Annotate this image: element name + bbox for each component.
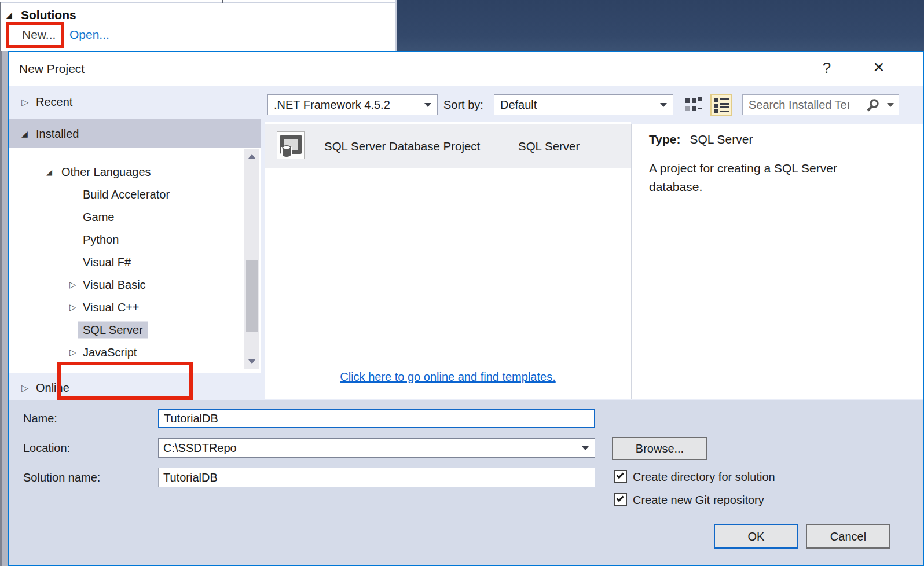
sort-by-label: Sort by: xyxy=(443,94,483,115)
chevron-collapsed-icon[interactable]: ▷ xyxy=(21,97,28,108)
tree-item-build-accelerator[interactable]: Build Accelerator xyxy=(9,183,244,205)
browse-button[interactable]: Browse... xyxy=(612,437,707,460)
template-item-title: SQL Server Database Project xyxy=(324,124,480,168)
list-view-icon xyxy=(712,95,731,115)
chevron-expanded-icon[interactable]: ◢ xyxy=(46,167,52,176)
window-edge-strip xyxy=(0,51,8,566)
template-info-panel: Type:SQL Server A project for creating a… xyxy=(631,124,923,399)
create-git-label: Create new Git repository xyxy=(633,493,764,508)
expanded-triangle-icon[interactable]: ◢ xyxy=(6,10,12,20)
dialog-title: New Project xyxy=(19,52,85,86)
tree-label: Python xyxy=(83,233,119,246)
list-view-button[interactable] xyxy=(710,94,732,116)
small-icons-view-button[interactable] xyxy=(684,96,702,115)
solution-name-field[interactable]: TutorialDB xyxy=(158,468,595,487)
team-explorer-panel: ◢ Solutions New... Open... xyxy=(0,0,397,51)
sidebar-installed-label: Installed xyxy=(36,127,79,141)
tree-item-visual-basic[interactable]: ▷ Visual Basic xyxy=(9,273,244,296)
small-icons-view-icon xyxy=(684,96,702,115)
database-project-icon xyxy=(277,131,306,160)
sidebar-item-installed[interactable]: ◢ Installed xyxy=(9,119,261,148)
tree-label: JavaScript xyxy=(83,346,137,359)
cancel-button[interactable]: Cancel xyxy=(806,524,890,549)
template-type-row: Type:SQL Server xyxy=(649,133,753,146)
solutions-header: Solutions xyxy=(21,8,76,22)
location-value: C:\SSDTRepo xyxy=(163,439,237,457)
tree-item-sql-server[interactable]: SQL Server xyxy=(9,318,244,341)
framework-dropdown[interactable]: .NET Framework 4.5.2 xyxy=(267,94,438,115)
tree-item-visual-cpp[interactable]: ▷ Visual C++ xyxy=(9,296,244,318)
create-directory-label: Create directory for solution xyxy=(633,470,775,485)
tree-item-python[interactable]: Python xyxy=(9,228,244,251)
type-label: Type: xyxy=(649,133,680,146)
chevron-down-icon xyxy=(660,103,667,107)
sidebar-item-recent[interactable]: ▷ Recent xyxy=(9,89,261,115)
type-value: SQL Server xyxy=(690,133,753,146)
chevron-expanded-icon[interactable]: ◢ xyxy=(21,129,28,138)
location-label: Location: xyxy=(23,439,70,457)
panel-divider-tick xyxy=(222,0,223,3)
name-label: Name: xyxy=(23,409,57,428)
panel-left-edge xyxy=(0,2,1,51)
template-item-sql-server-database-project[interactable]: SQL Server Database Project SQL Server xyxy=(265,124,631,168)
text-cursor xyxy=(219,412,219,425)
framework-dropdown-value: .NET Framework 4.5.2 xyxy=(274,95,390,115)
scroll-up-icon[interactable] xyxy=(248,154,255,159)
go-online-link[interactable]: Click here to go online and find templat… xyxy=(265,370,631,384)
name-value: TutorialDB xyxy=(164,412,218,425)
solution-name-value: TutorialDB xyxy=(163,468,218,487)
panel-divider xyxy=(0,2,395,3)
sidebar-online-label: Online xyxy=(36,381,69,395)
help-icon[interactable]: ? xyxy=(818,59,835,79)
template-item-type: SQL Server xyxy=(518,124,580,168)
sort-dropdown[interactable]: Default xyxy=(494,94,673,115)
sort-dropdown-value: Default xyxy=(500,95,537,115)
checkmark-icon xyxy=(616,471,624,479)
chevron-collapsed-icon[interactable]: ▷ xyxy=(21,383,28,394)
name-field[interactable]: TutorialDB xyxy=(158,409,595,428)
template-description: A project for creating a SQL Server data… xyxy=(649,159,869,196)
sidebar-recent-label: Recent xyxy=(36,95,72,109)
sidebar-item-online[interactable]: ▷ Online xyxy=(9,375,261,400)
chevron-collapsed-icon[interactable]: ▷ xyxy=(69,347,76,358)
new-project-dialog: New Project ? ✕ ▷ Recent ◢ Installed ◢ O… xyxy=(8,51,924,566)
tree-scrollbar[interactable] xyxy=(244,149,259,369)
checkmark-icon xyxy=(616,494,624,502)
tree-label: Visual Basic xyxy=(83,278,146,291)
create-directory-checkbox[interactable] xyxy=(614,470,627,483)
installed-templates-tree: ◢ Other Languages Build Accelerator Game… xyxy=(9,148,261,373)
tree-item-javascript[interactable]: ▷ JavaScript xyxy=(9,341,244,363)
scroll-down-icon[interactable] xyxy=(248,359,255,364)
tree-label: Other Languages xyxy=(61,165,151,178)
dialog-titlebar: New Project ? ✕ xyxy=(9,52,923,86)
scrollbar-thumb[interactable] xyxy=(246,260,258,332)
chevron-collapsed-icon[interactable]: ▷ xyxy=(69,302,76,313)
solution-name-label: Solution name: xyxy=(23,468,100,487)
tree-item-other-languages[interactable]: ◢ Other Languages xyxy=(9,160,244,183)
tree-label-selected: SQL Server xyxy=(78,321,148,338)
create-git-checkbox[interactable] xyxy=(614,493,627,506)
tree-label: Game xyxy=(83,210,114,223)
chevron-collapsed-icon[interactable]: ▷ xyxy=(69,280,76,290)
search-options-chevron-icon[interactable] xyxy=(887,103,894,107)
chevron-down-icon xyxy=(424,103,431,107)
open-solution-link[interactable]: Open... xyxy=(69,28,109,42)
location-dropdown[interactable]: C:\SSDTRepo xyxy=(158,438,595,458)
tree-label: Visual F# xyxy=(83,255,131,269)
screenshot-canvas: ◢ Solutions New... Open... New Project ?… xyxy=(0,0,924,566)
tree-item-visual-fsharp[interactable]: Visual F# xyxy=(9,251,244,273)
editor-background xyxy=(397,0,924,51)
tree-label: Visual C++ xyxy=(83,300,139,314)
search-icon[interactable] xyxy=(866,98,880,115)
tree-label: Build Accelerator xyxy=(83,188,170,201)
template-list-panel: SQL Server Database Project SQL Server C… xyxy=(265,122,631,399)
chevron-down-icon xyxy=(582,446,589,450)
search-box xyxy=(742,94,899,115)
search-input[interactable] xyxy=(749,96,864,113)
tree-item-game[interactable]: Game xyxy=(9,205,244,228)
close-icon[interactable]: ✕ xyxy=(869,59,889,79)
ok-button[interactable]: OK xyxy=(714,524,798,549)
new-solution-link[interactable]: New... xyxy=(22,28,56,42)
